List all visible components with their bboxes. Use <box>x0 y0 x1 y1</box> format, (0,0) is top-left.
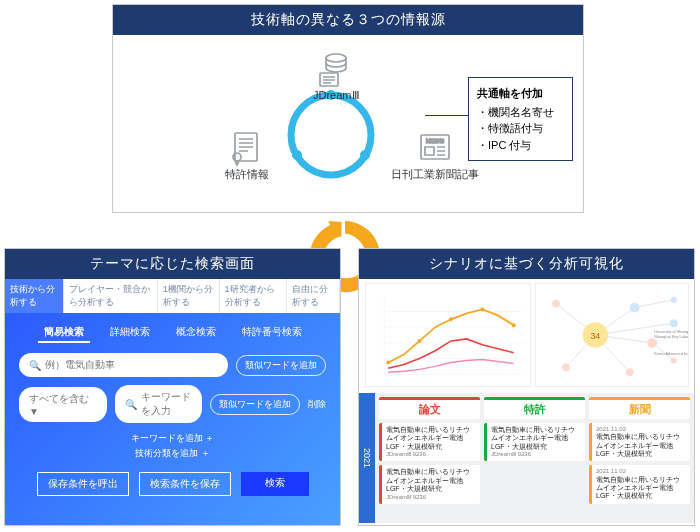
svg-text:Korea Advanced Inst. S…: Korea Advanced Inst. S… <box>654 351 689 356</box>
top-body: JDreamⅢ 特許情報 NEWS 日刊工業新聞記事 共通軸を付加 ・機関名名寄… <box>113 35 583 212</box>
patent-card[interactable]: 電気自動車に用いるリチウムイオンエネルギー電池 LGF・大規模研究JDreamⅢ… <box>484 423 585 461</box>
tab-org[interactable]: 1機関から分析する <box>158 279 220 313</box>
callout-item: ・機関名名寄せ <box>477 104 564 121</box>
svg-point-36 <box>647 338 657 348</box>
subtab-patentno[interactable]: 特許番号検索 <box>236 323 308 343</box>
source-patent: 特許情報 <box>225 127 269 182</box>
source-news-label: 日刊工業新聞記事 <box>391 167 479 182</box>
svg-point-3 <box>360 150 370 160</box>
svg-line-31 <box>635 300 674 308</box>
tab-free[interactable]: 自由に分析する <box>287 279 340 313</box>
paper-card[interactable]: 電気自動車に用いるリチウムイオンエネルギー電池 LGF・大規模研究JDreamⅢ… <box>379 423 480 461</box>
search-button[interactable]: 検索 <box>241 472 309 496</box>
svg-point-34 <box>562 363 570 371</box>
subtab-simple[interactable]: 簡易検索 <box>38 323 90 343</box>
top-header: 技術軸の異なる３つの情報源 <box>113 5 583 35</box>
source-jdream: JDreamⅢ <box>313 49 360 102</box>
svg-point-33 <box>552 300 560 308</box>
add-keyword-link[interactable]: キーワードを追加 ＋ <box>19 431 326 446</box>
left-header: テーマに応じた検索画面 <box>5 249 340 279</box>
search-area: 簡易検索 詳細検索 概念検索 特許番号検索 🔍 例）電気自動車 類似ワードを追加… <box>5 313 340 525</box>
subtab-detail[interactable]: 詳細検索 <box>104 323 156 343</box>
source-patent-label: 特許情報 <box>225 167 269 182</box>
svg-point-23 <box>512 323 516 327</box>
col-header-paper: 論文 <box>379 397 480 419</box>
top-panel: 技術軸の異なる３つの情報源 JDreamⅢ 特許情報 NEWS 日刊工業新聞記事… <box>112 4 584 213</box>
callout-item: ・特徴語付与 <box>477 120 564 137</box>
svg-point-4 <box>326 54 346 62</box>
callout-item: ・IPC 付与 <box>477 137 564 154</box>
svg-point-40 <box>671 297 677 303</box>
svg-point-39 <box>671 358 677 364</box>
tab-researcher[interactable]: 1研究者から分析する <box>220 279 288 313</box>
add-similar-1[interactable]: 類似ワードを追加 <box>236 355 326 376</box>
left-body: 技術から分析する プレイヤー・競合から分析する 1機関から分析する 1研究者から… <box>5 279 340 525</box>
search-icon: 🔍 <box>29 360 41 371</box>
analysis-tabs: 技術から分析する プレイヤー・競合から分析する 1機関から分析する 1研究者から… <box>5 279 340 313</box>
col-header-news: 新聞 <box>589 397 690 419</box>
svg-point-0 <box>291 95 371 175</box>
right-body: 34 University of Shanghai for Sci… Shang… <box>359 279 694 525</box>
viz-row: 34 University of Shanghai for Sci… Shang… <box>359 279 694 393</box>
right-panel: シナリオに基づく分析可視化 <box>358 248 695 526</box>
right-header: シナリオに基づく分析可視化 <box>359 249 694 279</box>
search-mode-tabs: 簡易検索 詳細検索 概念検索 特許番号検索 <box>19 323 326 343</box>
svg-point-21 <box>449 317 453 321</box>
left-panel: テーマに応じた検索画面 技術から分析する プレイヤー・競合から分析する 1機関か… <box>4 248 341 526</box>
news-card[interactable]: 2021.11.02 電気自動車に用いるリチウムイオンエネルギー電池 LGF・大… <box>589 465 690 503</box>
svg-point-22 <box>480 308 484 312</box>
col-header-patent: 特許 <box>484 397 585 419</box>
svg-point-2 <box>292 150 302 160</box>
delete-row[interactable]: 削除 <box>308 398 326 411</box>
add-techclass-link[interactable]: 技術分類を追加 ＋ <box>19 446 326 461</box>
callout-title: 共通軸を付加 <box>477 85 564 102</box>
svg-text:NEWS: NEWS <box>426 138 444 144</box>
svg-point-20 <box>418 339 422 343</box>
timeline: 2021 論文 電気自動車に用いるリチウムイオンエネルギー電池 LGF・大規模研… <box>359 393 694 523</box>
save-conditions-button[interactable]: 検索条件を保存 <box>139 472 231 496</box>
mini-line-chart <box>365 283 531 387</box>
paper-card[interactable]: 電気自動車に用いるリチウムイオンエネルギー電池 LGF・大規模研究JDreamⅢ… <box>379 465 480 503</box>
mini-network-chart: 34 University of Shanghai for Sci… Shang… <box>535 283 689 387</box>
news-card[interactable]: 2021.11.02 電気自動車に用いるリチウムイオンエネルギー電池 LGF・大… <box>589 423 690 461</box>
svg-point-35 <box>630 303 640 313</box>
subtab-concept[interactable]: 概念検索 <box>170 323 222 343</box>
match-select[interactable]: すべてを含む ▼ <box>19 387 107 422</box>
tab-player[interactable]: プレイヤー・競合から分析する <box>64 279 158 313</box>
source-news: NEWS 日刊工業新聞記事 <box>391 127 479 182</box>
svg-point-37 <box>626 368 634 376</box>
net-center-label: 34 <box>590 331 600 341</box>
callout: 共通軸を付加 ・機関名名寄せ ・特徴語付与 ・IPC 付与 <box>468 77 573 161</box>
svg-point-38 <box>670 319 678 327</box>
tab-tech[interactable]: 技術から分析する <box>5 279 64 313</box>
svg-point-19 <box>386 361 390 365</box>
keyword-input-2[interactable]: 🔍 キーワードを入力 <box>115 385 202 423</box>
recall-conditions-button[interactable]: 保存条件を呼出 <box>37 472 129 496</box>
timeline-year-2021: 2021 <box>359 393 375 523</box>
search-icon: 🔍 <box>125 399 137 410</box>
add-similar-2[interactable]: 類似ワードを追加 <box>210 394 300 415</box>
source-jdream-label: JDreamⅢ <box>313 89 360 102</box>
svg-text:Shanghai Key Laboratory of…: Shanghai Key Laboratory of… <box>654 334 689 339</box>
keyword-input-1[interactable]: 🔍 例）電気自動車 <box>19 353 228 377</box>
